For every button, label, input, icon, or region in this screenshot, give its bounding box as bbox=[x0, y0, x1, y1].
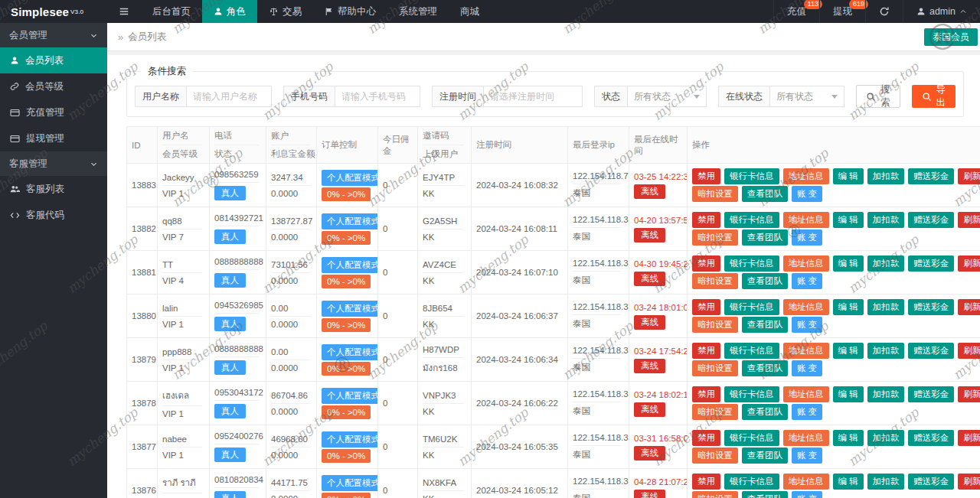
op-bank-card-info-button[interactable]: 银行卡信息 bbox=[724, 343, 779, 359]
op-add-deduct-funds-button[interactable]: 加扣款 bbox=[867, 474, 905, 490]
order-rate-badge[interactable]: 0% - >0% bbox=[322, 405, 371, 419]
op-hidden-deduct-settings-button[interactable]: 暗扣设置 bbox=[692, 317, 738, 333]
op-disable-button[interactable]: 禁用 bbox=[692, 168, 720, 184]
op-address-info-button[interactable]: 地址信息 bbox=[783, 430, 829, 446]
op-bank-card-info-button[interactable]: 银行卡信息 bbox=[724, 386, 779, 402]
op-gift-bonus-button[interactable]: 赠送彩金 bbox=[908, 299, 954, 315]
op-edit-button[interactable]: 编 辑 bbox=[833, 474, 864, 490]
op-disable-button[interactable]: 禁用 bbox=[692, 256, 720, 272]
op-hidden-deduct-settings-button[interactable]: 暗扣设置 bbox=[692, 186, 738, 202]
admin-menu[interactable]: admin bbox=[903, 0, 980, 23]
regtime-input[interactable] bbox=[483, 86, 583, 107]
nav-item-4[interactable]: 系统管理 bbox=[387, 0, 449, 23]
order-mode-badge[interactable]: 个人配置模式 bbox=[322, 257, 378, 273]
order-mode-badge[interactable]: 个人配置模式 bbox=[322, 301, 378, 317]
op-refresh-qrcode-button[interactable]: 刷新二维码 bbox=[958, 168, 980, 184]
op-edit-button[interactable]: 编 辑 bbox=[833, 386, 864, 402]
op-account-change-button[interactable]: 账 变 bbox=[792, 448, 822, 464]
op-disable-button[interactable]: 禁用 bbox=[692, 299, 720, 315]
withdraw-nav-item[interactable]: 提现 619 bbox=[819, 0, 865, 23]
sidebar-item-0-0[interactable]: 会员列表 bbox=[0, 47, 107, 73]
op-add-deduct-funds-button[interactable]: 加扣款 bbox=[867, 343, 905, 359]
op-view-team-button[interactable]: 查看团队 bbox=[742, 360, 788, 376]
op-edit-button[interactable]: 编 辑 bbox=[833, 256, 864, 272]
op-refresh-qrcode-button[interactable]: 刷新二维码 bbox=[958, 343, 980, 359]
thai-member-button[interactable]: 泰国会员 bbox=[924, 28, 978, 46]
op-view-team-button[interactable]: 查看团队 bbox=[742, 229, 788, 246]
op-add-deduct-funds-button[interactable]: 加扣款 bbox=[867, 386, 905, 402]
nav-item-1[interactable]: 角色 bbox=[202, 0, 257, 23]
sidebar-item-0-2[interactable]: 充值管理 bbox=[0, 99, 107, 125]
op-address-info-button[interactable]: 地址信息 bbox=[783, 299, 829, 315]
op-account-change-button[interactable]: 账 变 bbox=[792, 317, 822, 333]
sidebar-item-0-1[interactable]: 会员等级 bbox=[0, 73, 107, 99]
op-account-change-button[interactable]: 账 变 bbox=[792, 186, 822, 202]
op-refresh-qrcode-button[interactable]: 刷新二维码 bbox=[958, 474, 980, 490]
op-address-info-button[interactable]: 地址信息 bbox=[783, 386, 829, 402]
op-add-deduct-funds-button[interactable]: 加扣款 bbox=[867, 256, 905, 272]
sidebar-section-0[interactable]: 会员管理 bbox=[0, 23, 107, 47]
op-address-info-button[interactable]: 地址信息 bbox=[783, 474, 829, 490]
op-bank-card-info-button[interactable]: 银行卡信息 bbox=[724, 299, 779, 315]
sidebar-item-0-3[interactable]: 提现管理 bbox=[0, 125, 107, 151]
op-view-team-button[interactable]: 查看团队 bbox=[742, 404, 788, 420]
order-rate-badge[interactable]: 0% - >0% bbox=[322, 362, 371, 376]
order-rate-badge[interactable]: 0% - >0% bbox=[322, 318, 371, 332]
username-input[interactable] bbox=[186, 86, 272, 107]
nav-item-0[interactable]: 后台首页 bbox=[141, 0, 202, 23]
op-hidden-deduct-settings-button[interactable]: 暗扣设置 bbox=[692, 229, 738, 246]
order-rate-badge[interactable]: 0% - >0% bbox=[322, 187, 371, 201]
op-account-change-button[interactable]: 账 变 bbox=[792, 273, 822, 289]
sidebar-toggle-button[interactable] bbox=[107, 0, 141, 23]
sidebar-item-1-1[interactable]: 客服代码 bbox=[0, 202, 107, 228]
op-gift-bonus-button[interactable]: 赠送彩金 bbox=[908, 212, 954, 228]
op-add-deduct-funds-button[interactable]: 加扣款 bbox=[867, 430, 905, 446]
order-rate-badge[interactable]: 0% - >0% bbox=[322, 231, 371, 245]
op-add-deduct-funds-button[interactable]: 加扣款 bbox=[867, 299, 905, 315]
op-hidden-deduct-settings-button[interactable]: 暗扣设置 bbox=[692, 491, 738, 498]
order-mode-badge[interactable]: 个人配置模式 bbox=[322, 475, 378, 491]
op-bank-card-info-button[interactable]: 银行卡信息 bbox=[724, 168, 779, 184]
op-account-change-button[interactable]: 账 变 bbox=[792, 491, 822, 498]
op-gift-bonus-button[interactable]: 赠送彩金 bbox=[908, 256, 954, 272]
op-address-info-button[interactable]: 地址信息 bbox=[783, 256, 829, 272]
op-gift-bonus-button[interactable]: 赠送彩金 bbox=[908, 386, 954, 402]
search-button[interactable]: 搜 索 bbox=[856, 85, 900, 108]
op-bank-card-info-button[interactable]: 银行卡信息 bbox=[724, 256, 779, 272]
order-mode-badge[interactable]: 个人配置模式 bbox=[322, 431, 378, 448]
recharge-nav-item[interactable]: 充值 113 bbox=[773, 0, 819, 23]
op-account-change-button[interactable]: 账 变 bbox=[792, 404, 822, 420]
op-gift-bonus-button[interactable]: 赠送彩金 bbox=[908, 474, 954, 490]
op-edit-button[interactable]: 编 辑 bbox=[833, 212, 864, 228]
op-edit-button[interactable]: 编 辑 bbox=[833, 430, 864, 446]
op-disable-button[interactable]: 禁用 bbox=[692, 212, 720, 228]
op-hidden-deduct-settings-button[interactable]: 暗扣设置 bbox=[692, 404, 738, 420]
op-bank-card-info-button[interactable]: 银行卡信息 bbox=[724, 430, 779, 446]
order-mode-badge[interactable]: 个人配置模式 bbox=[322, 388, 378, 404]
op-refresh-qrcode-button[interactable]: 刷新二维码 bbox=[958, 386, 980, 402]
op-hidden-deduct-settings-button[interactable]: 暗扣设置 bbox=[692, 273, 738, 289]
op-edit-button[interactable]: 编 辑 bbox=[833, 299, 864, 315]
nav-item-2[interactable]: 交易 bbox=[257, 0, 313, 23]
order-rate-badge[interactable]: 0% - >0% bbox=[322, 493, 371, 498]
op-account-change-button[interactable]: 账 变 bbox=[792, 360, 822, 376]
op-view-team-button[interactable]: 查看团队 bbox=[742, 491, 788, 498]
op-disable-button[interactable]: 禁用 bbox=[692, 386, 720, 402]
op-gift-bonus-button[interactable]: 赠送彩金 bbox=[908, 343, 954, 359]
order-mode-badge[interactable]: 个人配置模式 bbox=[322, 170, 378, 186]
op-address-info-button[interactable]: 地址信息 bbox=[783, 212, 829, 228]
op-refresh-qrcode-button[interactable]: 刷新二维码 bbox=[958, 299, 980, 315]
op-gift-bonus-button[interactable]: 赠送彩金 bbox=[908, 168, 954, 184]
op-view-team-button[interactable]: 查看团队 bbox=[742, 317, 788, 333]
status-select[interactable]: 所有状态 bbox=[627, 86, 707, 107]
op-hidden-deduct-settings-button[interactable]: 暗扣设置 bbox=[692, 448, 738, 464]
op-edit-button[interactable]: 编 辑 bbox=[833, 168, 864, 184]
op-edit-button[interactable]: 编 辑 bbox=[833, 343, 864, 359]
op-address-info-button[interactable]: 地址信息 bbox=[783, 343, 829, 359]
nav-item-3[interactable]: 帮助中心 bbox=[313, 0, 387, 23]
sidebar-section-1[interactable]: 客服管理 bbox=[0, 151, 107, 176]
sidebar-item-1-0[interactable]: 客服列表 bbox=[0, 176, 107, 202]
order-mode-badge[interactable]: 个人配置模式 bbox=[322, 213, 378, 229]
op-disable-button[interactable]: 禁用 bbox=[692, 474, 720, 490]
op-refresh-qrcode-button[interactable]: 刷新二维码 bbox=[958, 430, 980, 446]
